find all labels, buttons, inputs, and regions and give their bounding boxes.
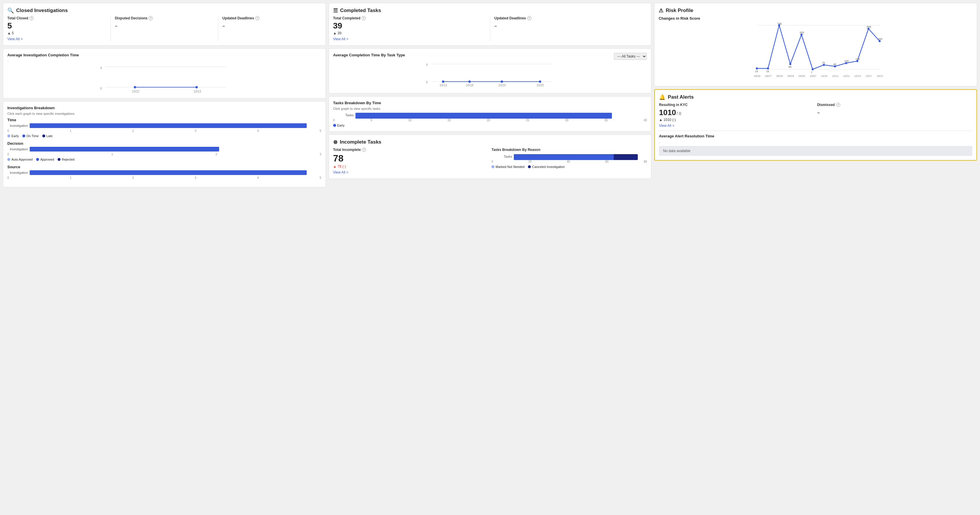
tasks-by-reason-block: Tasks Breakdown By Reason Tasks 02040608… xyxy=(492,148,647,175)
breakdown-source-label: Source xyxy=(7,165,321,169)
tasks-by-reason-label: Tasks Breakdown By Reason xyxy=(492,148,647,152)
updated-deadlines-closed-label: Updated Deadlines ? xyxy=(223,16,321,20)
bell-icon: 🔔 xyxy=(659,94,665,100)
checklist-icon: ☰ xyxy=(333,7,338,14)
svg-text:0: 0 xyxy=(426,81,428,84)
total-closed-info-icon[interactable]: ? xyxy=(29,16,33,20)
dismissed-info-icon[interactable]: ? xyxy=(836,103,840,107)
total-closed-change: ▲ 5 xyxy=(7,31,107,35)
svg-text:649: 649 xyxy=(867,25,871,28)
avg-alert-resolution-value: - xyxy=(659,140,972,143)
tasks-breakdown-time-axis: 0510152025303540 xyxy=(333,119,647,122)
svg-text:10/17: 10/17 xyxy=(866,75,872,78)
avg-completion-time-chart: 4 0 10/13 10/18 10/19 10/25 xyxy=(333,62,647,88)
updated-deadlines-completed-info-icon[interactable]: ? xyxy=(527,16,531,20)
breakdown-decision-bar[interactable] xyxy=(30,147,321,151)
avg-completion-time-title: Average Completion Time By Task Type xyxy=(333,53,405,57)
breakdown-decision-label: Decision xyxy=(7,141,321,146)
risk-icon: ⚠ xyxy=(659,7,663,14)
svg-text:15: 15 xyxy=(755,70,758,73)
svg-text:10/13: 10/13 xyxy=(854,75,861,78)
disputed-decisions-label: Disputed Decisions ? xyxy=(115,16,214,20)
svg-point-14 xyxy=(501,81,503,83)
past-alerts-view-all[interactable]: View All > xyxy=(659,124,674,128)
total-completed-value: 39 xyxy=(333,21,486,30)
svg-text:85: 85 xyxy=(789,65,792,68)
total-incomplete-value: 78 xyxy=(333,153,488,164)
svg-text:10/12: 10/12 xyxy=(132,90,139,93)
no-data-available: No data available xyxy=(659,146,972,156)
cancel-icon: ⊗ xyxy=(333,139,337,145)
total-closed-value: 5 xyxy=(7,21,107,30)
breakdown-time-row: Investigation xyxy=(7,123,321,128)
tasks-by-reason-bar-row: Tasks xyxy=(492,154,647,159)
breakdown-time-bar[interactable] xyxy=(30,123,321,128)
svg-text:10/21: 10/21 xyxy=(877,75,884,78)
svg-point-23 xyxy=(767,68,769,70)
incomplete-tasks-view-all[interactable]: View All > xyxy=(333,170,348,175)
svg-text:100: 100 xyxy=(845,60,849,62)
incomplete-tasks-title: ⊗ Incomplete Tasks xyxy=(333,139,647,145)
disputed-decisions-info-icon[interactable]: ? xyxy=(149,16,153,20)
investigations-breakdown-title: Investigations Breakdown xyxy=(7,106,321,110)
avg-alert-resolution-block: Average Alert Resolution Time - No data … xyxy=(659,131,972,156)
svg-text:10/13: 10/13 xyxy=(194,90,201,93)
breakdown-source-row: Investigation xyxy=(7,170,321,175)
risk-chart-title: Changes in Risk Score xyxy=(659,16,973,21)
svg-text:7: 7 xyxy=(811,71,813,74)
total-incomplete-change: ▲ 78 (-) xyxy=(333,164,488,168)
svg-point-13 xyxy=(468,81,471,83)
tasks-breakdown-time-row: Tasks xyxy=(333,113,647,118)
dismissed-value: - xyxy=(817,108,972,117)
breakdown-time-legend: Early On Time Late xyxy=(7,134,321,138)
svg-text:705: 705 xyxy=(778,22,782,25)
breakdown-decision-row: Investigation xyxy=(7,147,321,151)
breakdown-time-label: Time xyxy=(7,118,321,122)
svg-text:10/25: 10/25 xyxy=(536,84,544,87)
svg-point-22 xyxy=(756,68,758,70)
closed-investigations-view-all[interactable]: View All > xyxy=(7,37,22,41)
total-completed-info-icon[interactable]: ? xyxy=(362,16,366,20)
task-type-dropdown[interactable]: --- All Tasks --- xyxy=(614,53,647,60)
svg-text:10/19: 10/19 xyxy=(498,84,506,87)
svg-text:10/07: 10/07 xyxy=(810,75,817,78)
resulting-kyc-change: ▲ 1010 (-) xyxy=(659,118,814,122)
total-completed-label: Total Completed ? xyxy=(333,16,486,20)
breakdown-source-bar[interactable] xyxy=(30,170,321,175)
total-incomplete-info-icon[interactable]: ? xyxy=(362,148,366,152)
breakdown-decision-axis: 0123 xyxy=(7,153,321,156)
tasks-breakdown-time-legend: Early xyxy=(333,124,647,127)
risk-profile-title: ⚠ Risk Profile xyxy=(659,7,973,14)
total-incomplete-label: Total Incomplete ? xyxy=(333,148,488,152)
svg-text:10/12: 10/12 xyxy=(843,75,850,78)
svg-point-27 xyxy=(812,68,814,70)
resulting-kyc-block: Resulting in KYC 1010 / 0 ▲ 1010 (-) Vie… xyxy=(659,103,814,128)
resulting-kyc-label: Resulting in KYC xyxy=(659,103,814,107)
svg-text:10/13: 10/13 xyxy=(439,84,447,87)
risk-score-chart: 15 15 705 85 555 7 70 49 100 132 649 450… xyxy=(659,22,973,81)
tasks-breakdown-time-subtitle: Click graph to view specific tasks xyxy=(333,107,647,110)
svg-text:10/10: 10/10 xyxy=(821,75,828,78)
svg-text:70: 70 xyxy=(822,61,825,64)
breakdown-decision-legend: Auto Approved Approved Rejected xyxy=(7,158,321,161)
svg-text:0: 0 xyxy=(100,87,102,90)
updated-deadlines-completed-label: Updated Deadlines ? xyxy=(495,16,647,20)
svg-point-5 xyxy=(196,86,198,88)
svg-text:450: 450 xyxy=(878,38,883,41)
past-alerts-title: 🔔 Past Alerts xyxy=(659,94,972,100)
avg-investigation-y-label: - xyxy=(7,59,321,62)
avg-investigation-chart: 4 0 10/12 10/13 xyxy=(7,64,321,93)
tasks-by-reason-legend: Marked Not Needed Canceled Investigation xyxy=(492,165,647,168)
breakdown-source-row-label: Investigation xyxy=(7,171,28,175)
tasks-breakdown-time-bar[interactable] xyxy=(355,113,647,118)
completed-tasks-title: ☰ Completed Tasks xyxy=(333,7,647,14)
updated-deadlines-closed-info-icon[interactable]: ? xyxy=(255,16,259,20)
closed-investigations-title: 🔍 Closed Investigations xyxy=(7,7,321,14)
tasks-breakdown-time-title: Tasks Breakdown By Time xyxy=(333,101,647,105)
completed-tasks-view-all[interactable]: View All > xyxy=(333,37,348,41)
svg-text:09/30: 09/30 xyxy=(799,75,805,78)
dismissed-label: Dismissed ? xyxy=(817,103,972,107)
svg-text:09/29: 09/29 xyxy=(788,75,794,78)
svg-point-12 xyxy=(442,81,444,83)
tasks-by-reason-bar[interactable] xyxy=(514,154,647,159)
